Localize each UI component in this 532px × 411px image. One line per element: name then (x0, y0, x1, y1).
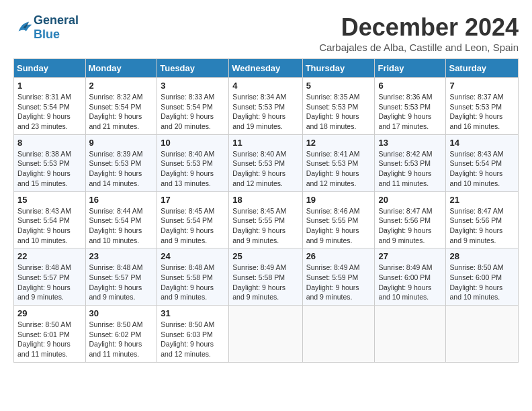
day-number: 4 (232, 81, 298, 91)
day-number: 25 (232, 251, 298, 261)
day-info: Sunrise: 8:44 AMSunset: 5:54 PMDaylight:… (89, 206, 154, 246)
column-header-wednesday: Wednesday (229, 59, 302, 78)
day-info: Sunrise: 8:50 AMSunset: 6:03 PMDaylight:… (161, 320, 225, 359)
day-info: Sunrise: 8:41 AMSunset: 5:53 PMDaylight:… (306, 149, 371, 189)
calendar-cell: 21Sunrise: 8:47 AMSunset: 5:56 PMDayligh… (446, 191, 519, 248)
calendar-cell: 6Sunrise: 8:36 AMSunset: 5:53 PMDaylight… (375, 78, 446, 135)
day-number: 9 (89, 138, 154, 148)
day-info: Sunrise: 8:37 AMSunset: 5:53 PMDaylight:… (449, 92, 515, 132)
calendar-cell: 5Sunrise: 8:35 AMSunset: 5:53 PMDaylight… (302, 78, 375, 135)
day-number: 30 (89, 308, 154, 318)
calendar-week-row: 1Sunrise: 8:31 AMSunset: 5:54 PMDaylight… (14, 78, 519, 135)
calendar-cell (446, 306, 519, 363)
logo-general-text: General (34, 13, 79, 27)
location-title: Carbajales de Alba, Castille and Leon, S… (319, 42, 519, 53)
day-number: 24 (161, 251, 225, 261)
calendar-cell: 27Sunrise: 8:49 AMSunset: 6:00 PMDayligh… (375, 248, 446, 306)
calendar-cell: 19Sunrise: 8:46 AMSunset: 5:55 PMDayligh… (302, 191, 375, 248)
day-info: Sunrise: 8:43 AMSunset: 5:54 PMDaylight:… (449, 149, 515, 189)
calendar-cell: 12Sunrise: 8:41 AMSunset: 5:53 PMDayligh… (302, 134, 375, 191)
calendar-header-row: SundayMondayTuesdayWednesdayThursdayFrid… (14, 59, 519, 78)
calendar-cell (229, 306, 302, 363)
day-info: Sunrise: 8:40 AMSunset: 5:53 PMDaylight:… (161, 149, 225, 189)
day-number: 14 (449, 138, 515, 148)
logo-blue-text: Blue (34, 28, 60, 41)
day-number: 27 (378, 251, 442, 261)
day-number: 22 (17, 251, 82, 261)
day-info: Sunrise: 8:35 AMSunset: 5:53 PMDaylight:… (306, 92, 371, 132)
calendar-cell: 24Sunrise: 8:48 AMSunset: 5:58 PMDayligh… (157, 248, 229, 306)
calendar-cell: 16Sunrise: 8:44 AMSunset: 5:54 PMDayligh… (85, 191, 157, 248)
day-info: Sunrise: 8:49 AMSunset: 6:00 PMDaylight:… (378, 263, 442, 302)
calendar-cell: 11Sunrise: 8:40 AMSunset: 5:53 PMDayligh… (229, 134, 302, 191)
day-number: 28 (449, 251, 515, 261)
day-number: 19 (306, 195, 371, 205)
calendar-cell (375, 306, 446, 363)
calendar-cell: 15Sunrise: 8:43 AMSunset: 5:54 PMDayligh… (14, 191, 86, 248)
day-number: 23 (89, 251, 154, 261)
day-info: Sunrise: 8:48 AMSunset: 5:57 PMDaylight:… (17, 263, 82, 302)
day-info: Sunrise: 8:47 AMSunset: 5:56 PMDaylight:… (378, 206, 442, 246)
calendar-cell: 28Sunrise: 8:50 AMSunset: 6:00 PMDayligh… (446, 248, 519, 306)
day-number: 7 (449, 81, 515, 91)
calendar-cell: 29Sunrise: 8:50 AMSunset: 6:01 PMDayligh… (14, 306, 86, 363)
calendar-cell: 13Sunrise: 8:42 AMSunset: 5:53 PMDayligh… (375, 134, 446, 191)
day-info: Sunrise: 8:36 AMSunset: 5:53 PMDaylight:… (378, 92, 442, 132)
logo: General Blue (13, 13, 79, 42)
calendar-cell: 20Sunrise: 8:47 AMSunset: 5:56 PMDayligh… (375, 191, 446, 248)
day-number: 20 (378, 195, 442, 205)
logo-bird-icon (15, 18, 34, 37)
calendar-cell: 3Sunrise: 8:33 AMSunset: 5:54 PMDaylight… (157, 78, 229, 135)
calendar-week-row: 8Sunrise: 8:38 AMSunset: 5:53 PMDaylight… (14, 134, 519, 191)
calendar-week-row: 15Sunrise: 8:43 AMSunset: 5:54 PMDayligh… (14, 191, 519, 248)
day-info: Sunrise: 8:50 AMSunset: 6:00 PMDaylight:… (449, 263, 515, 302)
page-header: General Blue December 2024 Carbajales de… (13, 13, 519, 53)
calendar-cell: 23Sunrise: 8:48 AMSunset: 5:57 PMDayligh… (85, 248, 157, 306)
calendar-cell: 30Sunrise: 8:50 AMSunset: 6:02 PMDayligh… (85, 306, 157, 363)
day-info: Sunrise: 8:43 AMSunset: 5:54 PMDaylight:… (17, 206, 82, 246)
day-number: 12 (306, 138, 371, 148)
column-header-friday: Friday (375, 59, 446, 78)
calendar-cell: 17Sunrise: 8:45 AMSunset: 5:54 PMDayligh… (157, 191, 229, 248)
calendar-cell: 7Sunrise: 8:37 AMSunset: 5:53 PMDaylight… (446, 78, 519, 135)
column-header-sunday: Sunday (14, 59, 86, 78)
title-block: December 2024 Carbajales de Alba, Castil… (319, 13, 519, 53)
calendar-cell: 31Sunrise: 8:50 AMSunset: 6:03 PMDayligh… (157, 306, 229, 363)
day-number: 2 (89, 81, 154, 91)
day-number: 8 (17, 138, 82, 148)
day-info: Sunrise: 8:50 AMSunset: 6:01 PMDaylight:… (17, 320, 82, 359)
day-info: Sunrise: 8:33 AMSunset: 5:54 PMDaylight:… (161, 92, 225, 132)
calendar-week-row: 29Sunrise: 8:50 AMSunset: 6:01 PMDayligh… (14, 306, 519, 363)
column-header-monday: Monday (85, 59, 157, 78)
day-number: 11 (232, 138, 298, 148)
day-info: Sunrise: 8:49 AMSunset: 5:58 PMDaylight:… (232, 263, 298, 302)
day-number: 10 (161, 138, 225, 148)
month-title: December 2024 (319, 13, 519, 42)
day-info: Sunrise: 8:39 AMSunset: 5:53 PMDaylight:… (89, 149, 154, 189)
day-number: 5 (306, 81, 371, 91)
calendar-cell: 10Sunrise: 8:40 AMSunset: 5:53 PMDayligh… (157, 134, 229, 191)
day-info: Sunrise: 8:40 AMSunset: 5:53 PMDaylight:… (232, 149, 298, 189)
day-info: Sunrise: 8:38 AMSunset: 5:53 PMDaylight:… (17, 149, 82, 189)
day-number: 18 (232, 195, 298, 205)
day-number: 6 (378, 81, 442, 91)
day-number: 13 (378, 138, 442, 148)
calendar-cell: 8Sunrise: 8:38 AMSunset: 5:53 PMDaylight… (14, 134, 86, 191)
day-number: 3 (161, 81, 225, 91)
calendar-cell: 25Sunrise: 8:49 AMSunset: 5:58 PMDayligh… (229, 248, 302, 306)
day-info: Sunrise: 8:47 AMSunset: 5:56 PMDaylight:… (449, 206, 515, 246)
column-header-saturday: Saturday (446, 59, 519, 78)
calendar-body: 1Sunrise: 8:31 AMSunset: 5:54 PMDaylight… (14, 78, 519, 363)
day-info: Sunrise: 8:45 AMSunset: 5:54 PMDaylight:… (161, 206, 225, 246)
day-number: 29 (17, 308, 82, 318)
column-header-tuesday: Tuesday (157, 59, 229, 78)
day-info: Sunrise: 8:46 AMSunset: 5:55 PMDaylight:… (306, 206, 371, 246)
day-info: Sunrise: 8:50 AMSunset: 6:02 PMDaylight:… (89, 320, 154, 359)
day-info: Sunrise: 8:49 AMSunset: 5:59 PMDaylight:… (306, 263, 371, 302)
day-info: Sunrise: 8:45 AMSunset: 5:55 PMDaylight:… (232, 206, 298, 246)
calendar-cell: 9Sunrise: 8:39 AMSunset: 5:53 PMDaylight… (85, 134, 157, 191)
calendar-cell: 18Sunrise: 8:45 AMSunset: 5:55 PMDayligh… (229, 191, 302, 248)
calendar-week-row: 22Sunrise: 8:48 AMSunset: 5:57 PMDayligh… (14, 248, 519, 306)
day-number: 21 (449, 195, 515, 205)
day-info: Sunrise: 8:42 AMSunset: 5:53 PMDaylight:… (378, 149, 442, 189)
